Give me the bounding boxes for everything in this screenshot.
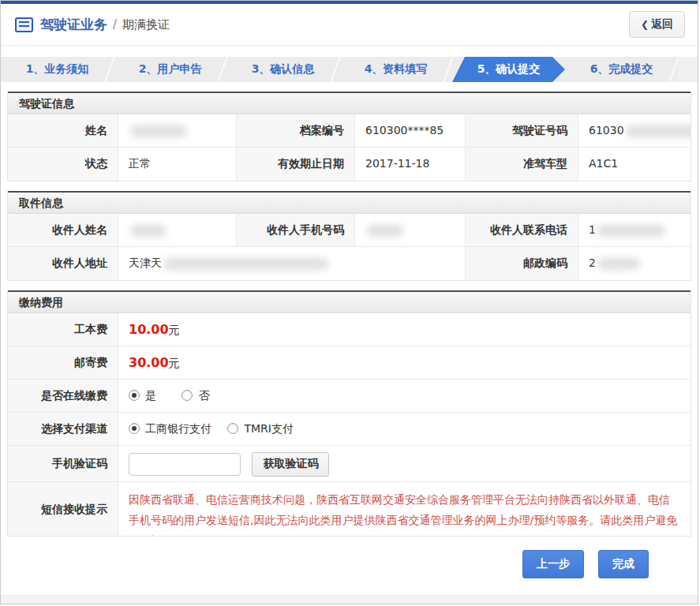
online-pay-option-yes[interactable]: 是 [129,389,156,402]
back-button-label: 返回 [651,17,673,30]
tab-bar-filler [678,57,698,82]
channel-option-tmri[interactable]: TMRI支付 [227,422,294,435]
back-button[interactable]: ❮返回 [629,11,685,38]
redacted-recipient-mobile [367,225,403,237]
postage-fee-label: 邮寄费 [8,346,118,380]
work-fee-label: 工本费 [8,313,118,346]
tab-confirm-submit-active[interactable]: 5、确认提交 [452,57,565,82]
section-title: 驾驶证信息 [8,92,691,114]
channel-label: 选择支付渠道 [8,413,118,446]
license-no-value: 61030 [578,114,691,148]
vehicle-class-value: A1C1 [578,148,691,181]
vehicle-class-label: 准驾车型 [466,148,578,181]
list-icon [15,17,33,32]
redacted-recipient-name [130,225,167,237]
radio-selected-icon[interactable] [129,390,140,401]
license-no-prefix: 61030 [589,124,624,137]
postal-code-value: 2 [578,247,691,280]
tab-label: 4、资料填写 [365,62,428,77]
delivery-table: 收件人姓名 收件人手机号码 收件人联系电话 1 收件人地址 天津天 邮政编码 2 [8,214,691,280]
work-fee-value: 10.00元 [118,313,691,346]
previous-step-button[interactable]: 上一步 [522,550,584,578]
form-actions: 上一步 完成 [1,550,698,578]
recipient-mobile-value [355,214,466,247]
sms-tip-label: 短信接收提示 [8,482,118,536]
sms-code-input[interactable] [129,453,241,476]
radio-unselected-icon[interactable] [227,423,238,434]
postage-fee-value: 30.00元 [118,346,691,380]
footer-bar [1,595,698,604]
name-label: 姓名 [8,114,118,148]
chevron-left-icon: ❮ [641,19,649,30]
radio-unselected-icon[interactable] [182,390,193,401]
recipient-phone-prefix: 1 [589,223,596,236]
tab-confirm-info[interactable]: 3、确认信息 [226,57,339,82]
recipient-address-prefix: 天津天 [129,256,162,269]
fee-unit: 元 [169,324,180,336]
recipient-name-label: 收件人姓名 [8,214,118,247]
page: 驾驶证业务 / 期满换证 ❮返回 1、业务须知 2、用户申告 3、确认信息 4、… [0,0,698,604]
tab-business-notice[interactable]: 1、业务须知 [1,57,114,82]
recipient-phone-label: 收件人联系电话 [466,214,578,247]
recipient-name-value [118,214,237,247]
tab-label: 2、用户申告 [139,62,202,77]
redacted-recipient-phone [597,225,665,237]
file-no-value: 610300****85 [355,114,466,148]
section-title: 缴纳费用 [8,290,691,313]
recipient-address-label: 收件人地址 [8,247,118,280]
license-no-label: 驾驶证号码 [466,114,578,148]
breadcrumb-separator: / [113,17,117,32]
channel-option-icbc[interactable]: 工商银行支付 [129,422,211,435]
option-label: 否 [198,389,209,402]
tab-label: 6、完成提交 [590,62,653,77]
finish-button[interactable]: 完成 [598,550,649,578]
tab-label: 3、确认信息 [252,62,315,77]
option-label: 工商银行支付 [145,422,211,435]
section-delivery-info: 取件信息 收件人姓名 收件人手机号码 收件人联系电话 1 收件人地址 天津天 邮… [7,191,691,281]
payment-table: 工本费 10.00元 邮寄费 30.00元 是否在线缴费 是 否 选择支付渠道 … [8,313,691,536]
sms-code-label: 手机验证码 [8,446,118,482]
redacted-name [130,125,187,137]
postal-code-label: 邮政编码 [466,247,578,280]
postal-code-prefix: 2 [589,256,596,269]
name-value [118,114,237,148]
file-no-label: 档案编号 [237,114,355,148]
tab-label: 5、确认提交 [477,62,541,77]
postage-fee-amount: 30.00 [129,355,169,370]
fee-unit: 元 [169,357,180,369]
status-label: 状态 [8,148,118,181]
header: 驾驶证业务 / 期满换证 ❮返回 [1,4,698,46]
tab-complete-submit[interactable]: 6、完成提交 [565,57,678,82]
expiry-label: 有效期止日期 [237,148,355,181]
expiry-value: 2017-11-18 [355,148,466,181]
tab-fill-data[interactable]: 4、资料填写 [339,57,452,82]
section-payment: 缴纳费用 工本费 10.00元 邮寄费 30.00元 是否在线缴费 是 否 选择… [7,290,691,537]
channel-options: 工商银行支付 TMRI支付 [118,413,691,446]
sms-tip-text: 因陕西省联通、电信运营商技术问题，陕西省互联网交通安全综合服务管理平台无法向持陕… [118,482,691,536]
status-value: 正常 [118,148,237,181]
tab-label: 1、业务须知 [26,62,89,77]
get-code-button[interactable]: 获取验证码 [252,452,329,477]
recipient-mobile-label: 收件人手机号码 [237,214,355,247]
online-pay-option-no[interactable]: 否 [182,389,209,402]
tab-user-declaration[interactable]: 2、用户申告 [114,57,226,82]
online-pay-label: 是否在线缴费 [8,380,118,413]
work-fee-amount: 10.00 [129,322,169,337]
redacted-license-no [626,125,691,137]
section-title: 取件信息 [8,191,691,214]
radio-selected-icon[interactable] [129,423,140,434]
page-title: 驾驶证业务 [40,16,107,34]
section-license-info: 驾驶证信息 姓名 档案编号 610300****85 驾驶证号码 61030 状… [7,92,691,181]
breadcrumb-current: 期满换证 [122,17,170,32]
sms-code-row: 获取验证码 [118,446,691,482]
license-table: 姓名 档案编号 610300****85 驾驶证号码 61030 状态 正常 有… [8,114,691,181]
option-label: 是 [145,389,156,402]
redacted-recipient-address [163,258,329,270]
recipient-address-value: 天津天 [118,247,466,280]
online-pay-options: 是 否 [118,380,691,413]
step-tabs: 1、业务须知 2、用户申告 3、确认信息 4、资料填写 5、确认提交 6、完成提… [1,57,698,82]
redacted-postal-code [597,258,640,270]
option-label: TMRI支付 [244,422,294,435]
recipient-phone-value: 1 [578,214,691,247]
